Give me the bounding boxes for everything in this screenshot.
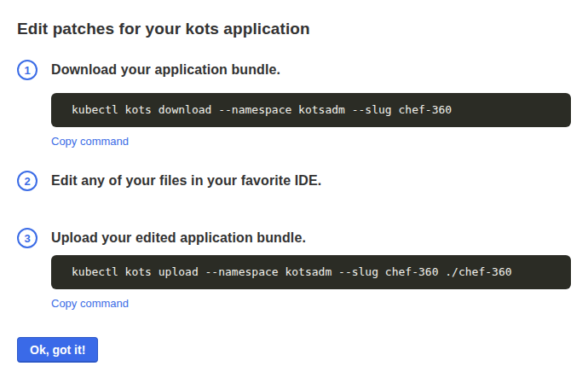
edit-patches-panel: Edit patches for your kots application 1… bbox=[0, 0, 588, 378]
ok-got-it-button[interactable]: Ok, got it! bbox=[17, 337, 98, 363]
step-3-body: kubectl kots upload --namespace kotsadm … bbox=[51, 255, 571, 311]
upload-command-code-block: kubectl kots upload --namespace kotsadm … bbox=[51, 255, 571, 289]
page-title: Edit patches for your kots application bbox=[17, 19, 571, 39]
copy-upload-command-link[interactable]: Copy command bbox=[51, 297, 129, 310]
step-1-label: Download your application bundle. bbox=[51, 62, 280, 78]
step-2-label: Edit any of your files in your favorite … bbox=[51, 173, 321, 189]
download-command-code-block: kubectl kots download --namespace kotsad… bbox=[51, 93, 571, 127]
footer: Ok, got it! bbox=[17, 311, 571, 363]
step-1-number-badge: 1 bbox=[17, 60, 37, 80]
step-1-row: 1 Download your application bundle. bbox=[17, 60, 571, 80]
step-3-label: Upload your edited application bundle. bbox=[51, 230, 306, 246]
step-2-row: 2 Edit any of your files in your favorit… bbox=[17, 171, 571, 191]
step-1-body: kubectl kots download --namespace kotsad… bbox=[51, 93, 571, 148]
step-3-row: 3 Upload your edited application bundle. bbox=[17, 228, 571, 248]
step-2-number-badge: 2 bbox=[17, 171, 37, 191]
step-3-number-badge: 3 bbox=[17, 228, 37, 248]
copy-download-command-link[interactable]: Copy command bbox=[51, 135, 129, 148]
